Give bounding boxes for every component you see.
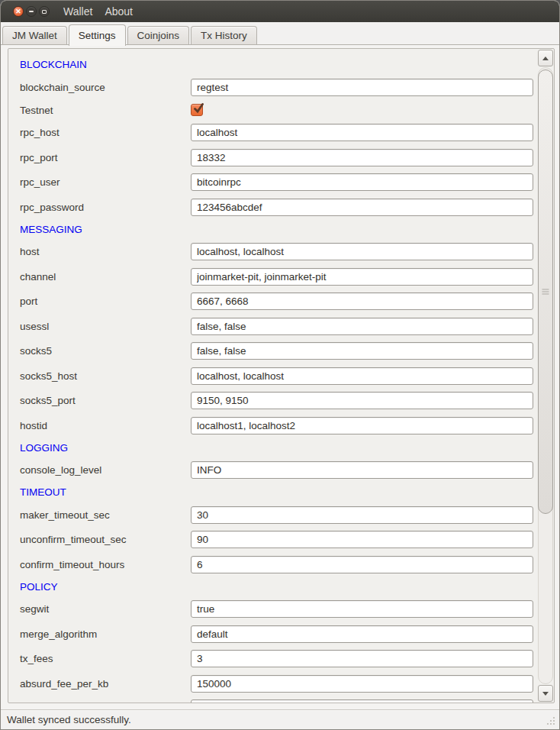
field-label: usessl [20, 321, 191, 332]
field-label: segwit [20, 603, 191, 615]
field-label: socks5_port [20, 395, 191, 406]
field-label: confirm_timeout_hours [20, 559, 191, 570]
field-row-host: host [8, 240, 533, 265]
field-label: Testnet [20, 105, 191, 116]
tab-tx-history[interactable]: Tx History [191, 26, 257, 45]
field-label: tx_fees [20, 653, 191, 664]
checkmark-icon [192, 102, 204, 115]
field-input-confirm_timeout_hours[interactable] [191, 556, 533, 573]
field-input-console_log_level[interactable] [191, 461, 533, 479]
tab-coinjoins[interactable]: Coinjoins [127, 26, 190, 45]
field-row-usessl: usessl [8, 314, 533, 339]
scrollbar-thumb[interactable] [538, 69, 553, 514]
settings-pane: BLOCKCHAINblockchain_sourceTestnetrpc_ho… [1, 45, 559, 709]
field-row-tx_fees: tx_fees [8, 647, 533, 672]
field-label: rpc_password [20, 202, 191, 213]
arrow-down-icon [542, 692, 549, 696]
titlebar-menus: WalletAbout [50, 5, 133, 18]
minimize-button[interactable] [26, 6, 37, 17]
field-label: blockchain_source [20, 82, 191, 93]
section-header-policy: POLICY [8, 577, 533, 597]
field-input-usessl[interactable] [191, 318, 533, 335]
field-label: rpc_user [20, 176, 191, 188]
maximize-button[interactable] [39, 6, 50, 17]
field-input-unconfirm_timeout_sec[interactable] [191, 531, 533, 548]
field-label: host [20, 246, 191, 257]
section-header-blockchain: BLOCKCHAIN [8, 55, 533, 75]
field-label: rpc_host [20, 127, 191, 138]
field-input-channel[interactable] [191, 268, 533, 286]
tab-settings[interactable]: Settings [69, 24, 126, 46]
field-input-port[interactable] [191, 292, 533, 310]
field-row-console_log_level: console_log_level [8, 458, 533, 483]
scroll-down-button[interactable] [538, 685, 553, 702]
field-input-maker_timeout_sec[interactable] [191, 506, 533, 524]
field-input-segwit[interactable] [191, 600, 533, 618]
field-label: socks5_host [20, 370, 191, 382]
scroll-up-button[interactable] [538, 50, 553, 66]
menu-wallet[interactable]: Wallet [63, 5, 92, 18]
field-label: channel [20, 271, 191, 283]
field-label: rpc_port [20, 152, 191, 163]
arrow-up-icon [542, 57, 549, 60]
field-row-merge_algorithm: merge_algorithm [8, 622, 533, 647]
close-button[interactable]: ✕ [13, 6, 24, 17]
field-input-socks5_port[interactable] [191, 392, 533, 409]
section-header-timeout: TIMEOUT [8, 483, 533, 502]
field-input-partial[interactable] [191, 699, 533, 703]
vertical-scrollbar[interactable] [537, 49, 554, 703]
field-input-tx_fees[interactable] [191, 650, 533, 667]
status-bar: Wallet synced successfully. [1, 709, 559, 729]
tabs: JM WalletSettingsCoinjoinsTx History [2, 24, 259, 45]
resize-grip-icon[interactable] [547, 717, 556, 726]
field-input-host[interactable] [191, 243, 533, 260]
testnet-checkbox[interactable] [191, 104, 203, 116]
field-input-hostid[interactable] [191, 417, 533, 434]
field-row-channel: channel [8, 264, 533, 289]
field-label: console_log_level [20, 464, 191, 476]
settings-scroll-area: BLOCKCHAINblockchain_sourceTestnetrpc_ho… [8, 48, 555, 703]
close-icon: ✕ [15, 8, 21, 15]
field-input-merge_algorithm[interactable] [191, 625, 533, 643]
field-row-rpc_port: rpc_port [8, 145, 533, 170]
field-row-segwit: segwit [8, 597, 533, 622]
field-row-port: port [8, 289, 533, 315]
field-label: hostid [20, 420, 191, 431]
field-input-rpc_port[interactable] [191, 149, 533, 166]
field-row-rpc_host: rpc_host [8, 121, 533, 146]
field-input-rpc_host[interactable] [191, 124, 533, 141]
field-row-socks5: socks5 [8, 339, 533, 364]
field-input-socks5[interactable] [191, 342, 533, 360]
field-label: port [20, 296, 191, 307]
field-row-confirm_timeout_hours: confirm_timeout_hours [8, 552, 533, 577]
field-label: socks5 [20, 345, 191, 357]
field-row-testnet: Testnet [8, 100, 533, 121]
field-row-socks5_port: socks5_port [8, 389, 533, 414]
field-input-rpc_user[interactable] [191, 173, 533, 191]
tab-jm-wallet[interactable]: JM Wallet [2, 26, 67, 45]
settings-form: BLOCKCHAINblockchain_sourceTestnetrpc_ho… [8, 49, 533, 703]
field-row-blockchain_source: blockchain_source [8, 75, 533, 100]
field-label: maker_timeout_sec [20, 509, 191, 521]
field-row-partial [8, 696, 533, 704]
tab-bar: JM WalletSettingsCoinjoinsTx History [1, 22, 559, 45]
field-row-unconfirm_timeout_sec: unconfirm_timeout_sec [8, 528, 533, 553]
field-row-socks5_host: socks5_host [8, 363, 533, 389]
field-row-absurd_fee_per_kb: absurd_fee_per_kb [8, 671, 533, 696]
titlebar: ✕ WalletAbout [1, 1, 559, 22]
maximize-icon [42, 10, 47, 14]
field-row-hostid: hostid [8, 413, 533, 438]
minimize-icon [29, 11, 34, 12]
field-input-absurd_fee_per_kb[interactable] [191, 675, 533, 693]
field-row-rpc_password: rpc_password [8, 195, 533, 220]
menu-about[interactable]: About [105, 5, 133, 18]
section-header-messaging: MESSAGING [8, 220, 533, 240]
field-label: unconfirm_timeout_sec [20, 534, 191, 545]
field-input-socks5_host[interactable] [191, 367, 533, 385]
field-row-maker_timeout_sec: maker_timeout_sec [8, 502, 533, 528]
field-row-rpc_user: rpc_user [8, 170, 533, 195]
field-label: merge_algorithm [20, 628, 191, 640]
field-input-blockchain_source[interactable] [191, 79, 533, 96]
field-input-rpc_password[interactable] [191, 199, 533, 216]
status-message: Wallet synced successfully. [1, 714, 131, 725]
